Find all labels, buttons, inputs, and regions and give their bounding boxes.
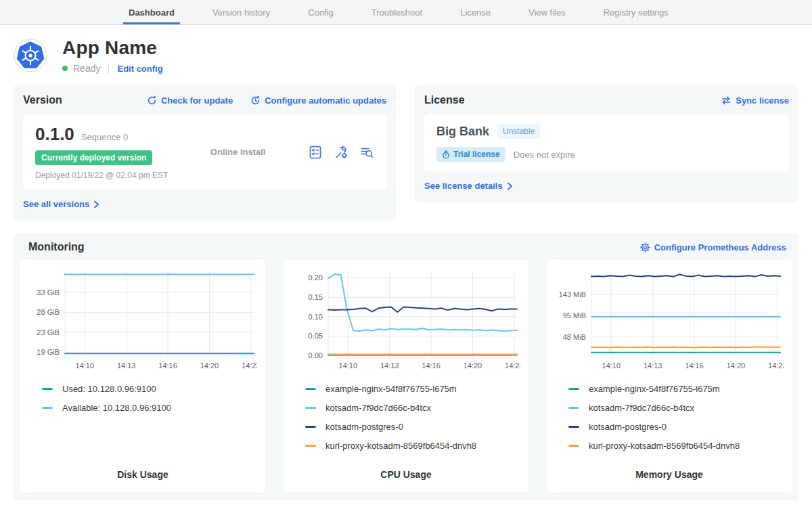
svg-text:0.15: 0.15 [309, 293, 323, 301]
legend-swatch [568, 426, 579, 428]
install-type: Online Install [210, 147, 266, 157]
svg-text:14:16: 14:16 [158, 361, 177, 370]
legend-label: kurl-proxy-kotsadm-8569fb6454-dnvh8 [325, 441, 476, 451]
svg-text:23 GiB: 23 GiB [37, 328, 60, 336]
app-header: App Name Ready Edit config [0, 25, 812, 81]
sync-license-link[interactable]: Sync license [721, 95, 789, 106]
chevron-right-icon [93, 200, 99, 208]
svg-text:0.00: 0.00 [309, 351, 323, 359]
deploy-logs-icon[interactable] [359, 145, 374, 160]
chart-legend: Used: 10.128.0.96:9100Available: 10.128.… [27, 379, 258, 417]
legend-item: Available: 10.128.0.96:9100 [42, 398, 258, 417]
tab-registry-settings[interactable]: Registry settings [604, 0, 669, 24]
deployed-badge: Currently deployed version [35, 150, 152, 165]
svg-text:14:10: 14:10 [76, 361, 95, 370]
version-sequence: Sequence 0 [81, 132, 128, 142]
license-card-title: License [424, 94, 465, 106]
gear-icon [640, 242, 650, 252]
svg-text:14:20: 14:20 [464, 361, 482, 370]
legend-swatch [568, 407, 579, 409]
license-expiry: Does not expire [514, 150, 575, 160]
legend-label: example-nginx-54f8f76755-l675m [325, 384, 457, 394]
legend-item: kotsadm-7f9dc7d66c-b4tcx [305, 398, 522, 417]
app-status: Ready [73, 63, 100, 74]
monitoring-title: Monitoring [28, 241, 85, 253]
legend-label: Available: 10.128.0.96:9100 [62, 403, 171, 413]
configure-prometheus-link[interactable]: Configure Prometheus Address [640, 242, 786, 252]
status-dot [62, 66, 68, 71]
svg-text:14:10: 14:10 [602, 361, 621, 370]
version-number: 0.1.0 [35, 124, 74, 145]
check-for-update-link[interactable]: Check for update [147, 95, 233, 106]
chart-title: Memory Usage [554, 462, 785, 485]
chart-plot: 48 MiB95 MiB143 MiB14:1014:1314:1614:201… [554, 267, 784, 374]
svg-text:14:20: 14:20 [200, 361, 219, 370]
svg-text:0.20: 0.20 [309, 273, 323, 282]
svg-text:14:13: 14:13 [644, 361, 662, 370]
legend-label: kurl-proxy-kotsadm-8569fb6454-dnvh8 [589, 441, 740, 451]
chart-title: CPU Usage [290, 462, 522, 485]
top-nav: DashboardVersion historyConfigTroublesho… [0, 0, 812, 25]
license-card: License Sync license Big Bank Unstable [415, 85, 798, 202]
legend-label: kotsadm-7f9dc7d66c-b4tcx [325, 403, 431, 413]
legend-swatch [305, 426, 316, 428]
trial-license-badge: Trial license [436, 147, 505, 162]
legend-swatch [42, 388, 53, 390]
svg-text:19 GiB: 19 GiB [37, 348, 60, 356]
legend-item: Used: 10.128.0.96:9100 [42, 379, 258, 398]
edit-config-wrench-icon[interactable] [334, 145, 348, 160]
svg-text:0.10: 0.10 [309, 313, 323, 321]
cpu-usage-chart-card: 0.000.050.100.150.2014:1014:1314:1614:20… [284, 260, 528, 492]
tab-version-history[interactable]: Version history [212, 0, 270, 24]
configure-auto-updates-link[interactable]: Configure automatic updates [250, 95, 386, 106]
svg-text:14:23: 14:23 [505, 361, 520, 370]
see-all-versions-link[interactable]: See all versions [23, 199, 99, 209]
svg-text:14:10: 14:10 [339, 361, 358, 370]
refresh-icon [147, 95, 157, 106]
channel-badge: Unstable [497, 124, 540, 139]
legend-item: kotsadm-postgres-0 [305, 417, 522, 436]
version-card: Version Check for update Configure autom… [14, 85, 396, 221]
legend-swatch [568, 388, 579, 390]
legend-item: kurl-proxy-kotsadm-8569fb6454-dnvh8 [305, 436, 522, 455]
memory-usage-chart-card: 48 MiB95 MiB143 MiB14:1014:1314:1614:201… [547, 260, 792, 492]
svg-text:14:16: 14:16 [422, 361, 441, 370]
svg-text:14:13: 14:13 [380, 361, 399, 370]
svg-text:14:23: 14:23 [768, 361, 784, 370]
kubernetes-logo-icon [14, 39, 47, 72]
legend-item: example-nginx-54f8f76755-l675m [305, 379, 522, 398]
svg-text:14:13: 14:13 [117, 361, 136, 370]
tab-troubleshoot[interactable]: Troubleshoot [371, 0, 422, 24]
svg-text:14:23: 14:23 [242, 361, 257, 370]
svg-text:14:20: 14:20 [727, 361, 746, 370]
legend-label: kotsadm-7f9dc7d66c-b4tcx [589, 403, 694, 413]
legend-item: example-nginx-54f8f76755-l675m [568, 379, 785, 398]
chart-legend: example-nginx-54f8f76755-l675mkotsadm-7f… [554, 379, 785, 455]
legend-item: kotsadm-7f9dc7d66c-b4tcx [568, 398, 785, 417]
legend-label: Used: 10.128.0.96:9100 [62, 384, 156, 394]
disk-usage-chart-card: 19 GiB23 GiB28 GiB33 GiB14:1014:1314:161… [20, 260, 265, 492]
svg-text:33 GiB: 33 GiB [37, 288, 60, 297]
chart-title: Disk Usage [27, 462, 258, 485]
svg-text:95 MiB: 95 MiB [563, 311, 586, 320]
chart-plot: 19 GiB23 GiB28 GiB33 GiB14:1014:1314:161… [27, 267, 257, 374]
deployed-timestamp: Deployed 01/19/22 @ 02:04 pm EST [35, 171, 168, 180]
nav-tabs: DashboardVersion historyConfigTroublesho… [129, 0, 669, 24]
tab-dashboard[interactable]: Dashboard [129, 0, 175, 24]
legend-swatch [305, 445, 316, 447]
version-card-title: Version [23, 94, 62, 106]
tab-config[interactable]: Config [308, 0, 334, 24]
divider [108, 63, 109, 74]
svg-text:48 MiB: 48 MiB [563, 333, 586, 341]
stopwatch-icon [442, 150, 450, 159]
legend-label: example-nginx-54f8f76755-l675m [589, 384, 720, 394]
preflight-checks-icon[interactable] [308, 145, 323, 160]
legend-label: kotsadm-postgres-0 [589, 422, 667, 432]
legend-label: kotsadm-postgres-0 [325, 422, 403, 432]
tab-view-files[interactable]: View files [528, 0, 566, 24]
tab-license[interactable]: License [460, 0, 491, 24]
svg-text:28 GiB: 28 GiB [37, 308, 60, 316]
edit-config-link[interactable]: Edit config [117, 64, 162, 74]
current-version-panel: 0.1.0 Sequence 0 Currently deployed vers… [23, 114, 386, 190]
see-license-details-link[interactable]: See license details [424, 181, 513, 191]
